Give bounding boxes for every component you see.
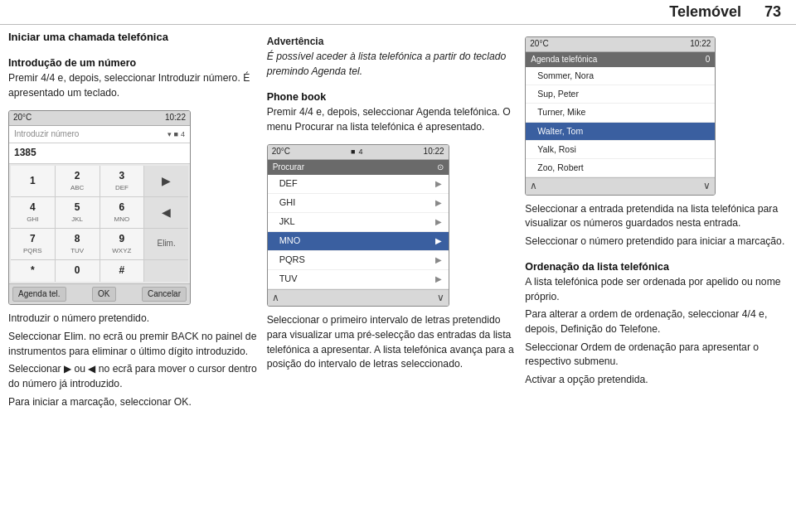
pb-icon: 0 xyxy=(706,54,711,66)
search-item-jkl-arrow: ▶ xyxy=(435,216,442,229)
pb-item-turner-label: Turner, Mike xyxy=(537,106,585,118)
pb-nav-down[interactable]: ∨ xyxy=(703,179,711,193)
col-1: Iniciar uma chamada telefónica Introduçã… xyxy=(8,30,259,527)
ok-button[interactable]: OK xyxy=(92,287,115,302)
search-item-pqrs-arrow: ▶ xyxy=(435,254,442,267)
col3-para3: A lista telefónica pode ser ordenada por… xyxy=(525,275,788,304)
pb-nav-up[interactable]: ∧ xyxy=(530,179,537,193)
pb-item-turner[interactable]: Turner, Mike xyxy=(526,104,715,122)
search-item-def[interactable]: DEF ▶ xyxy=(268,175,449,194)
search-item-mno-arrow: ▶ xyxy=(435,235,442,248)
pb-title: Agenda telefónica xyxy=(531,54,597,66)
pb-temp: 20°C xyxy=(530,38,548,51)
page-number: 73 xyxy=(764,3,781,21)
col1-title: Iniciar uma chamada telefónica xyxy=(8,30,259,46)
pb-top-bar: 20°C 10:22 xyxy=(526,37,715,52)
search-nav-up[interactable]: ∧ xyxy=(272,291,279,305)
main-content: Iniciar uma chamada telefónica Introduçã… xyxy=(0,30,796,527)
col1-para4: Seleccionar ▶ ou ◀ no ecrã para mover o … xyxy=(8,362,259,391)
keypad-time: 10:22 xyxy=(165,112,186,124)
pb-item-sup-label: Sup, Peter xyxy=(537,88,579,100)
keypad-entered-value: 1385 xyxy=(14,146,36,160)
keypad-bottom-bar: Agenda tel. OK Cancelar xyxy=(9,283,190,305)
key-1[interactable]: 1 xyxy=(11,166,55,196)
keypad-input-row: Introduzir número ▾ ■ 4 xyxy=(9,126,190,144)
key-6[interactable]: 6MNO xyxy=(100,197,144,228)
signal-icon: ■ xyxy=(174,129,178,140)
search-title-bar: Procurar ⊙ xyxy=(268,160,449,176)
search-item-ghi-arrow: ▶ xyxy=(435,197,442,210)
phonebook-screen: 20°C 10:22 Agenda telefónica 0 Sommer, N… xyxy=(525,36,716,196)
search-nav-down[interactable]: ∨ xyxy=(437,291,444,305)
search-list: DEF ▶ GHI ▶ JKL ▶ MNO ▶ PQRS ▶ xyxy=(268,175,449,289)
page-header: Telemóvel 73 xyxy=(0,0,796,25)
col3-para4: Para alterar a ordem de ordenação, selec… xyxy=(525,307,788,336)
key-right[interactable]: ▶ xyxy=(144,166,188,196)
agenda-button[interactable]: Agenda tel. xyxy=(12,287,66,302)
col1-para1: Premir 4/4 e, depois, seleccionar Introd… xyxy=(8,71,259,100)
search-nav: ∧ ∨ xyxy=(268,289,449,306)
pb-nav: ∧ ∨ xyxy=(526,177,715,194)
keypad-status-icons: ▾ ■ 4 xyxy=(167,129,185,140)
col2-warning-label: Advertência xyxy=(267,35,517,49)
search-item-tuv-arrow: ▶ xyxy=(435,273,442,286)
key-5[interactable]: 5JKL xyxy=(56,197,100,228)
key-star[interactable]: * xyxy=(11,260,55,282)
key-3[interactable]: 3DEF xyxy=(100,166,144,196)
search-item-def-arrow: ▶ xyxy=(435,178,442,191)
keypad-screen: 20°C 10:22 Introduzir número ▾ ■ 4 1385 … xyxy=(8,110,191,305)
pb-time: 10:22 xyxy=(690,38,711,51)
page-title: Telemóvel xyxy=(669,3,741,21)
search-item-def-label: DEF xyxy=(279,177,298,191)
keypad-placeholder: Introduzir número xyxy=(14,128,79,141)
cancelar-button[interactable]: Cancelar xyxy=(142,287,187,302)
key-9[interactable]: 9WXYZ xyxy=(100,229,144,259)
col3-para6: Activar a opção pretendida. xyxy=(525,373,788,388)
search-item-ghi-label: GHI xyxy=(279,196,296,210)
search-item-tuv[interactable]: TUV ▶ xyxy=(268,270,449,289)
search-enc-icon: ■ xyxy=(351,147,355,157)
col-3: 20°C 10:22 Agenda telefónica 0 Sommer, N… xyxy=(525,30,788,527)
key-2[interactable]: 2ABC xyxy=(56,166,100,196)
key-elim[interactable]: Elim. xyxy=(144,229,188,259)
pb-item-yalk-label: Yalk, Rosi xyxy=(537,143,576,156)
wifi-icon: ▾ xyxy=(167,129,172,140)
search-status-icons: ■ 4 xyxy=(351,147,362,157)
col3-para5: Seleccionar Ordem de ordenação para apre… xyxy=(525,341,788,370)
pb-title-bar: Agenda telefónica 0 xyxy=(526,52,715,68)
search-item-pqrs[interactable]: PQRS ▶ xyxy=(268,251,449,270)
search-item-mno[interactable]: MNO ▶ xyxy=(268,232,449,251)
col2-subtitle1: Phone book xyxy=(267,89,517,104)
num-icon: 4 xyxy=(181,129,185,140)
col1-subtitle1: Introdução de um número xyxy=(8,56,259,70)
key-0[interactable]: 0 xyxy=(56,260,100,282)
pb-item-walter-label: Walter, Tom xyxy=(537,125,583,138)
search-temp: 20°C xyxy=(272,146,290,158)
search-top-bar: 20°C ■ 4 10:22 xyxy=(268,145,449,160)
keypad-value-row[interactable]: 1385 xyxy=(9,143,190,163)
col3-para1: Seleccionar a entrada pretendida na list… xyxy=(525,202,788,231)
keypad-top-bar: 20°C 10:22 xyxy=(9,111,190,126)
key-4[interactable]: 4GHI xyxy=(11,197,55,228)
search-title: Procurar xyxy=(273,162,304,174)
keypad-temp: 20°C xyxy=(13,112,32,124)
col1-para5: Para iniciar a marcação, seleccionar OK. xyxy=(8,395,259,410)
pb-item-zoo[interactable]: Zoo, Robert xyxy=(526,159,715,177)
pb-item-walter[interactable]: Walter, Tom xyxy=(526,123,715,141)
key-left[interactable]: ◀ xyxy=(144,197,188,228)
search-item-jkl-label: JKL xyxy=(279,215,295,229)
col1-para3: Seleccionar Elim. no ecrã ou premir BACK… xyxy=(8,330,259,359)
pb-item-sup[interactable]: Sup, Peter xyxy=(526,85,715,104)
pb-item-sommer[interactable]: Sommer, Nora xyxy=(526,67,715,85)
search-item-jkl[interactable]: JKL ▶ xyxy=(268,213,449,232)
key-7[interactable]: 7PQRS xyxy=(11,229,55,259)
search-time: 10:22 xyxy=(424,146,444,158)
pb-item-yalk[interactable]: Yalk, Rosi xyxy=(526,141,715,159)
pb-item-sommer-label: Sommer, Nora xyxy=(537,70,594,82)
search-item-ghi[interactable]: GHI ▶ xyxy=(268,194,449,213)
search-num-icon: 4 xyxy=(359,147,363,157)
key-hash[interactable]: # xyxy=(100,260,144,282)
keypad-grid: 1 2ABC 3DEF ▶ 4GHI 5JKL 6MNO ◀ 7PQRS 8TU… xyxy=(11,166,188,282)
key-8[interactable]: 8TUV xyxy=(56,229,100,259)
col3-para2: Seleccionar o número pretendido para ini… xyxy=(525,235,788,249)
